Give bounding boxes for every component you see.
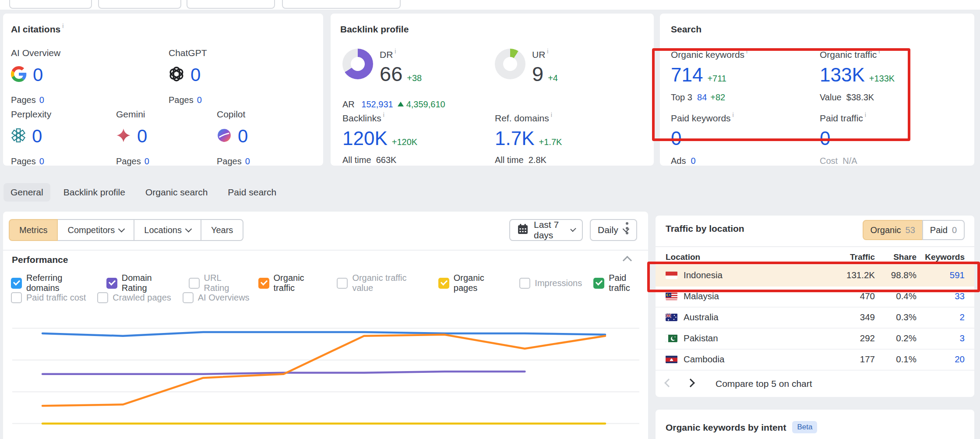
- date-range-picker[interactable]: Last 7 days: [509, 219, 583, 241]
- top-filter-box-1[interactable]: [9, 0, 92, 9]
- tab-backlink-profile[interactable]: Backlink profile: [56, 183, 132, 202]
- compare-top5-label: Compare top 5 on chart: [716, 379, 812, 389]
- table-row-pakistan[interactable]: Pakistan 292 0.2% 3: [656, 328, 974, 350]
- info-icon[interactable]: [383, 111, 384, 118]
- checkbox-paid-traffic[interactable]: Paid traffic: [593, 273, 648, 293]
- toggle-paid[interactable]: Paid0: [922, 220, 965, 240]
- ur-value: 9: [532, 62, 543, 85]
- ai-item-perplexity: Perplexity 0 Pages0: [11, 109, 112, 166]
- segment-locations[interactable]: Locations: [134, 219, 201, 241]
- keywords-link[interactable]: 591: [917, 270, 965, 280]
- legend-row-2: Paid traffic cost Crawled pages AI Overv…: [11, 292, 250, 303]
- keywords-link[interactable]: 3: [917, 333, 965, 343]
- checkbox-organic-traffic-value[interactable]: Organic traffic value: [337, 273, 427, 293]
- more-options-button[interactable]: [626, 222, 628, 234]
- segment-metrics[interactable]: Metrics: [9, 219, 58, 241]
- backlink-profile-card: Backlink profile DR 66+38 AR 152,9314,35…: [331, 14, 654, 166]
- info-icon[interactable]: [62, 22, 63, 29]
- google-icon: [11, 66, 27, 84]
- chatgpt-icon: [169, 66, 184, 84]
- keywords-link[interactable]: 2: [917, 312, 965, 322]
- tab-general[interactable]: General: [4, 183, 50, 202]
- keywords-by-intent-card: Organic keywords by intentBeta: [656, 410, 974, 439]
- prev-page-button[interactable]: [666, 380, 672, 388]
- ur-block: UR 9+4: [532, 50, 558, 84]
- table-row-cambodia[interactable]: Cambodia 177 0.1% 20: [656, 349, 974, 371]
- organic-keywords-block: Organic keywords 714+711 Top 3 84+82: [671, 50, 747, 103]
- info-icon[interactable]: [878, 48, 880, 55]
- organic-keywords-value[interactable]: 714: [671, 64, 703, 85]
- keywords-link[interactable]: 33: [917, 291, 965, 301]
- checkbox-impressions[interactable]: Impressions: [519, 278, 582, 289]
- performance-chart[interactable]: [9, 307, 642, 438]
- ref-domains-value[interactable]: 1.7K: [495, 127, 535, 149]
- collapse-chevron-icon[interactable]: [624, 257, 631, 266]
- table-row-australia[interactable]: Australia 349 0.3% 2: [656, 307, 974, 329]
- info-icon[interactable]: [551, 111, 552, 118]
- divider: [3, 250, 648, 251]
- toggle-organic[interactable]: Organic53: [863, 220, 923, 240]
- organic-paid-toggle: Organic53 Paid0: [863, 220, 965, 240]
- ai-item-ai-overview: AI Overview 0 Pages0: [11, 48, 112, 105]
- perplexity-value[interactable]: 0: [32, 127, 42, 145]
- search-card: Search Organic keywords 714+711 Top 3 84…: [660, 14, 974, 166]
- calendar-icon: [517, 223, 529, 237]
- ar-value[interactable]: 152,931: [361, 99, 393, 109]
- ai-overview-value[interactable]: 0: [33, 66, 43, 84]
- checkbox-crawled-pages[interactable]: Crawled pages: [97, 292, 171, 303]
- checkbox-url-rating[interactable]: URL Rating: [189, 273, 247, 293]
- gemini-pages: Pages0: [116, 156, 217, 166]
- top-filter-strip: [0, 0, 980, 10]
- location-table-header: Location Traffic Share Keywords: [656, 250, 974, 265]
- keywords-link[interactable]: 20: [917, 354, 965, 365]
- chevron-down-icon: [118, 225, 125, 232]
- chevron-down-icon: [185, 225, 192, 232]
- perplexity-icon: [11, 128, 26, 145]
- table-row-indonesia[interactable]: Indonesia 131.2K 98.8% 591: [656, 265, 974, 287]
- ai-citations-card: AI citations AI Overview 0 Pages0 ChatGP…: [3, 14, 323, 166]
- table-row-malaysia[interactable]: Malaysia 470 0.4% 33: [656, 286, 974, 308]
- backlinks-block: Backlinks 120K+120K All time 663K: [342, 113, 417, 165]
- top-filter-box-2[interactable]: [98, 0, 181, 9]
- granularity-select[interactable]: Daily: [590, 219, 637, 241]
- top-filter-box-3[interactable]: [187, 0, 275, 9]
- info-icon[interactable]: [547, 48, 548, 55]
- ai-item-copilot: Copilot 0 Pages0: [217, 109, 317, 166]
- ref-domains-block: Ref. domains 1.7K+1.7K All time 2.8K: [495, 113, 562, 165]
- filter-segments: Metrics Competitors Locations Years: [9, 219, 243, 241]
- flag-pakistan: [666, 334, 677, 342]
- ai-overview-pages: Pages0: [11, 95, 112, 105]
- segment-years[interactable]: Years: [201, 219, 243, 241]
- checkbox-referring-domains[interactable]: Referring domains: [11, 273, 95, 293]
- info-icon[interactable]: [395, 48, 396, 55]
- up-triangle-icon: [398, 102, 404, 106]
- checkbox-paid-traffic-cost[interactable]: Paid traffic cost: [11, 292, 86, 303]
- paid-traffic-value[interactable]: 0: [820, 127, 830, 149]
- organic-traffic-value[interactable]: 133K: [820, 64, 865, 85]
- top3-value[interactable]: 84: [697, 92, 707, 102]
- keywords-by-intent-title: Organic keywords by intentBeta: [666, 421, 817, 433]
- checkbox-organic-traffic[interactable]: Organic traffic: [258, 273, 326, 293]
- backlinks-value[interactable]: 120K: [342, 127, 388, 149]
- checkbox-ai-overviews[interactable]: AI Overviews: [183, 292, 250, 303]
- chevron-down-icon: [570, 226, 576, 232]
- paid-traffic-block: Paid traffic 0 Cost N/A: [820, 113, 866, 166]
- chatgpt-value[interactable]: 0: [190, 66, 201, 84]
- info-icon[interactable]: [746, 48, 747, 55]
- ads-value[interactable]: 0: [691, 156, 696, 166]
- info-icon[interactable]: [865, 111, 866, 118]
- tab-paid-search[interactable]: Paid search: [221, 183, 283, 202]
- gemini-value[interactable]: 0: [137, 127, 147, 145]
- checkbox-domain-rating[interactable]: Domain Rating: [106, 273, 177, 293]
- paid-keywords-value[interactable]: 0: [671, 127, 681, 149]
- next-page-button[interactable]: [687, 380, 694, 388]
- ai-item-chatgpt: ChatGPT 0 Pages0: [169, 48, 269, 105]
- checkbox-organic-pages[interactable]: Organic pages: [438, 273, 508, 293]
- copilot-value[interactable]: 0: [238, 127, 248, 145]
- segment-competitors[interactable]: Competitors: [57, 219, 134, 241]
- performance-card: Metrics Competitors Locations Years Last…: [3, 212, 648, 439]
- tab-organic-search[interactable]: Organic search: [138, 183, 215, 202]
- info-icon[interactable]: [733, 111, 734, 118]
- legend-row-1: Referring domains Domain Rating URL Rati…: [11, 273, 648, 293]
- top-filter-box-4[interactable]: [282, 0, 401, 9]
